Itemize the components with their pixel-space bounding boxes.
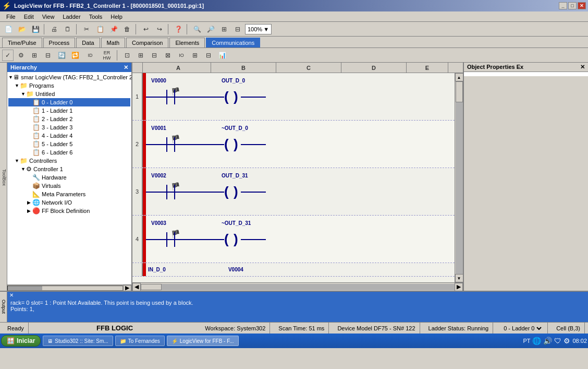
menu-file[interactable]: File bbox=[2, 13, 20, 21]
paste-button[interactable]: 📌 bbox=[107, 23, 120, 35]
tab-timepulse[interactable]: Time/Pulse bbox=[2, 38, 42, 47]
hierarchy-item-9[interactable]: 📋6 - Ladder 6 bbox=[8, 148, 130, 157]
tb2-btn10[interactable]: ⊞ bbox=[134, 50, 147, 61]
cut-button[interactable]: ✂ bbox=[80, 23, 93, 35]
tb2-btn1[interactable]: ✓ bbox=[2, 50, 14, 61]
tb-btn-extra1[interactable]: ⊞ bbox=[218, 23, 230, 35]
hierarchy-item-13[interactable]: 📦Virtuals bbox=[8, 182, 130, 190]
rung-4[interactable]: 4 V0003 ~OUT_D_31 🏴 bbox=[132, 216, 455, 263]
search-button[interactable]: 🔍 bbox=[191, 23, 203, 35]
hierarchy-item-11[interactable]: ▼⚙Controller 1 bbox=[8, 165, 130, 173]
save-button[interactable]: 💾 bbox=[29, 23, 42, 35]
tree-arrow-1[interactable]: ▼ bbox=[15, 83, 20, 88]
tb2-btn15[interactable]: ⊟ bbox=[202, 50, 215, 61]
tb2-btn9[interactable]: ⊡ bbox=[121, 50, 133, 61]
obj-props-close[interactable]: ✕ bbox=[580, 64, 585, 70]
hierarchy-item-4[interactable]: 📋1 - Ladder 1 bbox=[8, 106, 130, 115]
zoom-dropdown-arrow[interactable]: ▼ bbox=[263, 26, 269, 32]
rung-3[interactable]: 3 V0002 OUT_D_31 🏴 bbox=[132, 168, 455, 216]
hscroll-right[interactable]: ▶ bbox=[455, 283, 463, 291]
tab-communications[interactable]: Communications bbox=[206, 38, 260, 47]
maximize-button[interactable]: □ bbox=[568, 2, 577, 9]
taskbar-btn-fernandes[interactable]: 📁 To Fernandes bbox=[115, 336, 165, 346]
delete-button[interactable]: 🗑 bbox=[121, 23, 133, 35]
preview-button[interactable]: 🗒 bbox=[62, 23, 74, 35]
menu-ladder[interactable]: Ladder bbox=[58, 13, 84, 21]
tree-arrow-15[interactable]: ▶ bbox=[27, 200, 32, 205]
hierarchy-item-1[interactable]: ▼📁Programs bbox=[8, 81, 130, 90]
find-button[interactable]: 🔎 bbox=[204, 23, 217, 35]
start-button[interactable]: 🪟 Iniciar bbox=[1, 335, 41, 347]
tb2-btn12[interactable]: ⊠ bbox=[162, 50, 174, 61]
output-close-left[interactable]: ✕ bbox=[9, 292, 14, 298]
print-button[interactable]: 🖨 bbox=[48, 23, 60, 35]
minimize-button[interactable]: _ bbox=[559, 2, 567, 9]
tree-arrow-11[interactable]: ▼ bbox=[21, 166, 26, 172]
tree-arrow-10[interactable]: ▼ bbox=[15, 158, 20, 163]
hierarchy-item-3[interactable]: 📋0 - Ladder 0 bbox=[8, 98, 130, 106]
tab-elements[interactable]: Elements bbox=[169, 38, 205, 47]
tab-comparison[interactable]: Comparison bbox=[126, 38, 168, 47]
tab-math[interactable]: Math bbox=[101, 38, 125, 47]
hierarchy-scroll-right[interactable]: ▶ bbox=[123, 285, 131, 291]
hierarchy-close-icon[interactable]: ✕ bbox=[124, 64, 128, 71]
tb-btn-extra2[interactable]: ⊟ bbox=[231, 23, 244, 35]
zoom-dropdown[interactable]: 100% ▼ bbox=[245, 24, 272, 34]
ladder-vscroll[interactable]: ▲ ▼ bbox=[455, 73, 463, 282]
hscroll-track[interactable] bbox=[141, 284, 455, 290]
tb2-btn16[interactable]: 📊 bbox=[216, 50, 228, 61]
tb2-btn11[interactable]: ⊟ bbox=[148, 50, 161, 61]
rung-1[interactable]: 1 V0000 OUT_D_0 bbox=[132, 73, 455, 121]
ladder-hscroll[interactable]: ◀ ▶ bbox=[132, 282, 463, 291]
ladder-name-select[interactable]: 0 - Ladder 0 bbox=[501, 325, 543, 332]
hierarchy-item-5[interactable]: 📋2 - Ladder 2 bbox=[8, 115, 130, 123]
hscroll-thumb[interactable] bbox=[141, 284, 162, 290]
tree-arrow-0[interactable]: ▼ bbox=[8, 75, 13, 80]
tb2-btn13[interactable]: IO bbox=[175, 50, 188, 61]
hierarchy-item-2[interactable]: ▼📁Untitled bbox=[8, 90, 130, 98]
hierarchy-item-7[interactable]: 📋4 - Ladder 4 bbox=[8, 132, 130, 140]
menu-edit[interactable]: Edit bbox=[20, 13, 38, 21]
help-button[interactable]: ❓ bbox=[172, 23, 185, 35]
copy-button[interactable]: 📋 bbox=[94, 23, 106, 35]
hierarchy-scrollbar[interactable]: ▶ bbox=[7, 284, 131, 291]
menu-help[interactable]: Help bbox=[106, 13, 127, 21]
tree-arrow-2[interactable]: ▼ bbox=[21, 91, 26, 97]
hierarchy-item-14[interactable]: 📐Meta Parameters bbox=[8, 190, 130, 198]
tb2-btn3[interactable]: ⊞ bbox=[28, 50, 41, 61]
tab-process[interactable]: Process bbox=[43, 38, 76, 47]
taskbar-btn-studio[interactable]: 🖥 Studio302 :: Site: Sm... bbox=[43, 336, 113, 346]
tb2-btn2[interactable]: ⚙ bbox=[15, 50, 27, 61]
hierarchy-item-10[interactable]: ▼📁Controllers bbox=[8, 157, 130, 165]
scroll-up-btn[interactable]: ▲ bbox=[455, 73, 463, 81]
scroll-down-btn[interactable]: ▼ bbox=[455, 274, 463, 282]
hierarchy-item-16[interactable]: ▶🔴FF Block Definition bbox=[8, 207, 130, 215]
new-button[interactable]: 📄 bbox=[2, 23, 15, 35]
tree-arrow-16[interactable]: ▶ bbox=[27, 208, 32, 213]
menu-tools[interactable]: Tools bbox=[85, 13, 107, 21]
redo-button[interactable]: ↪ bbox=[153, 23, 166, 35]
rung-2[interactable]: 2 V0001 ~OUT_D_0 🏴 bbox=[132, 121, 455, 168]
undo-button[interactable]: ↩ bbox=[140, 23, 152, 35]
close-button[interactable]: ✕ bbox=[578, 2, 586, 9]
tree-icon-folder: 📁 bbox=[20, 157, 28, 164]
hscroll-left[interactable]: ◀ bbox=[132, 283, 141, 291]
taskbar-btn-logicview[interactable]: ⚡ LogicView for FFB - F... bbox=[167, 336, 239, 346]
hierarchy-item-6[interactable]: 📋3 - Ladder 3 bbox=[8, 123, 130, 132]
hierarchy-item-15[interactable]: ▶🌐Network I/O bbox=[8, 198, 130, 207]
hierarchy-item-12[interactable]: 🔧Hardware bbox=[8, 173, 130, 182]
scroll-thumb[interactable] bbox=[456, 81, 463, 102]
hierarchy-content[interactable]: ▼🖥smar LogicView (TAG: FFB2_1_Controller… bbox=[7, 72, 131, 284]
open-button[interactable]: 📂 bbox=[16, 23, 28, 35]
tb2-btn4[interactable]: ⊟ bbox=[42, 50, 54, 61]
tb2-btn8[interactable]: ER HW bbox=[99, 50, 115, 61]
tab-data[interactable]: Data bbox=[76, 38, 100, 47]
tb2-btn14[interactable]: ⊞ bbox=[189, 50, 201, 61]
tb2-btn5[interactable]: 🔄 bbox=[55, 50, 68, 61]
hierarchy-item-0[interactable]: ▼🖥smar LogicView (TAG: FFB2_1_Controller… bbox=[8, 73, 130, 81]
hierarchy-item-8[interactable]: 📋5 - Ladder 5 bbox=[8, 140, 130, 148]
scroll-track[interactable] bbox=[456, 81, 463, 274]
menu-view[interactable]: View bbox=[38, 13, 59, 21]
tb2-btn6[interactable]: 🔁 bbox=[69, 50, 81, 61]
tb2-btn7[interactable]: ID bbox=[82, 50, 98, 61]
